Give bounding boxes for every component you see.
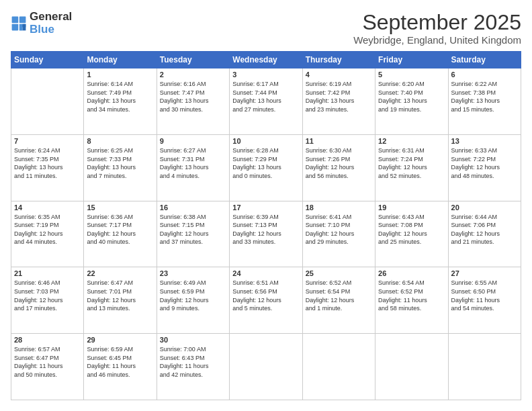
day-number: 22 — [87, 269, 153, 277]
day-number: 9 — [160, 137, 226, 145]
day-number: 17 — [232, 203, 299, 212]
calendar-cell: 3Sunrise: 6:17 AMSunset: 7:44 PMDaylight… — [230, 68, 302, 135]
day-info: Sunrise: 6:25 AMSunset: 7:33 PMDaylight:… — [87, 146, 153, 180]
calendar-cell: 30Sunrise: 7:00 AMSunset: 6:43 PMDayligh… — [157, 334, 229, 400]
day-number: 18 — [306, 203, 372, 212]
day-info: Sunrise: 6:20 AMSunset: 7:40 PMDaylight:… — [378, 80, 445, 113]
day-info: Sunrise: 6:30 AMSunset: 7:26 PMDaylight:… — [306, 146, 372, 180]
calendar: SundayMondayTuesdayWednesdayThursdayFrid… — [11, 51, 521, 400]
header-friday: Friday — [375, 52, 448, 68]
calendar-cell: 22Sunrise: 6:47 AMSunset: 7:01 PMDayligh… — [84, 267, 157, 334]
svg-marker-4 — [23, 24, 26, 30]
calendar-cell — [230, 334, 302, 400]
day-number: 16 — [160, 203, 226, 212]
day-number: 24 — [232, 269, 299, 277]
calendar-cell: 10Sunrise: 6:28 AMSunset: 7:29 PMDayligh… — [230, 134, 302, 201]
week-row-4: 21Sunrise: 6:46 AMSunset: 7:03 PMDayligh… — [11, 267, 521, 334]
calendar-cell — [302, 334, 375, 400]
day-number: 10 — [232, 137, 299, 145]
day-info: Sunrise: 6:35 AMSunset: 7:19 PMDaylight:… — [14, 213, 81, 246]
calendar-header-row: SundayMondayTuesdayWednesdayThursdayFrid… — [11, 52, 521, 68]
header-saturday: Saturday — [448, 52, 521, 68]
day-info: Sunrise: 6:41 AMSunset: 7:10 PMDaylight:… — [306, 213, 372, 246]
logo-line1: General — [30, 11, 72, 24]
day-info: Sunrise: 6:16 AMSunset: 7:47 PMDaylight:… — [160, 80, 226, 113]
calendar-cell: 16Sunrise: 6:38 AMSunset: 7:15 PMDayligh… — [157, 201, 229, 267]
day-info: Sunrise: 6:39 AMSunset: 7:13 PMDaylight:… — [232, 213, 299, 246]
day-number: 29 — [87, 336, 153, 344]
calendar-cell: 4Sunrise: 6:19 AMSunset: 7:42 PMDaylight… — [302, 68, 375, 135]
day-info: Sunrise: 6:28 AMSunset: 7:29 PMDaylight:… — [232, 146, 299, 180]
day-info: Sunrise: 6:54 AMSunset: 6:52 PMDaylight:… — [378, 279, 445, 312]
day-number: 14 — [14, 203, 81, 212]
week-row-3: 14Sunrise: 6:35 AMSunset: 7:19 PMDayligh… — [11, 201, 521, 267]
location: Weybridge, England, United Kingdom — [353, 34, 521, 46]
day-number: 8 — [87, 137, 153, 145]
calendar-cell: 23Sunrise: 6:49 AMSunset: 6:59 PMDayligh… — [157, 267, 229, 334]
day-number: 5 — [378, 71, 445, 79]
day-info: Sunrise: 6:33 AMSunset: 7:22 PMDaylight:… — [451, 146, 518, 180]
day-info: Sunrise: 6:47 AMSunset: 7:01 PMDaylight:… — [87, 279, 153, 312]
logo-line2: Blue — [30, 24, 72, 36]
day-info: Sunrise: 6:38 AMSunset: 7:15 PMDaylight:… — [160, 213, 226, 246]
day-info: Sunrise: 6:24 AMSunset: 7:35 PMDaylight:… — [14, 146, 81, 180]
calendar-cell: 1Sunrise: 6:14 AMSunset: 7:49 PMDaylight… — [84, 68, 157, 135]
svg-rect-1 — [19, 16, 26, 23]
calendar-cell: 29Sunrise: 6:59 AMSunset: 6:45 PMDayligh… — [84, 334, 157, 400]
calendar-cell: 6Sunrise: 6:22 AMSunset: 7:38 PMDaylight… — [448, 68, 521, 135]
day-number: 7 — [14, 137, 81, 145]
day-info: Sunrise: 7:00 AMSunset: 6:43 PMDaylight:… — [160, 345, 226, 379]
title-block: September 2025 Weybridge, England, Unite… — [353, 11, 521, 46]
svg-rect-2 — [12, 24, 19, 30]
day-number: 27 — [451, 269, 518, 277]
header-monday: Monday — [84, 52, 157, 68]
day-number: 30 — [160, 336, 226, 344]
day-info: Sunrise: 6:22 AMSunset: 7:38 PMDaylight:… — [451, 80, 518, 113]
calendar-cell: 12Sunrise: 6:31 AMSunset: 7:24 PMDayligh… — [375, 134, 448, 201]
day-number: 25 — [306, 269, 372, 277]
day-info: Sunrise: 6:14 AMSunset: 7:49 PMDaylight:… — [87, 80, 153, 113]
day-number: 11 — [306, 137, 372, 145]
calendar-body: 1Sunrise: 6:14 AMSunset: 7:49 PMDaylight… — [11, 68, 521, 400]
calendar-cell: 25Sunrise: 6:52 AMSunset: 6:54 PMDayligh… — [302, 267, 375, 334]
day-number: 6 — [451, 71, 518, 79]
calendar-cell — [448, 334, 521, 400]
page-header: General Blue September 2025 Weybridge, E… — [11, 11, 521, 46]
day-number: 4 — [306, 71, 372, 79]
day-info: Sunrise: 6:44 AMSunset: 7:06 PMDaylight:… — [451, 213, 518, 246]
day-info: Sunrise: 6:51 AMSunset: 6:56 PMDaylight:… — [232, 279, 299, 312]
calendar-cell — [11, 68, 84, 135]
day-info: Sunrise: 6:55 AMSunset: 6:50 PMDaylight:… — [451, 279, 518, 312]
day-number: 2 — [160, 71, 226, 79]
calendar-cell: 27Sunrise: 6:55 AMSunset: 6:50 PMDayligh… — [448, 267, 521, 334]
day-number: 26 — [378, 269, 445, 277]
day-number: 21 — [14, 269, 81, 277]
calendar-cell: 2Sunrise: 6:16 AMSunset: 7:47 PMDaylight… — [157, 68, 229, 135]
day-number: 15 — [87, 203, 153, 212]
calendar-cell: 8Sunrise: 6:25 AMSunset: 7:33 PMDaylight… — [84, 134, 157, 201]
week-row-5: 28Sunrise: 6:57 AMSunset: 6:47 PMDayligh… — [11, 334, 521, 400]
day-info: Sunrise: 6:43 AMSunset: 7:08 PMDaylight:… — [378, 213, 445, 246]
day-number: 20 — [451, 203, 518, 212]
day-info: Sunrise: 6:59 AMSunset: 6:45 PMDaylight:… — [87, 345, 153, 379]
calendar-cell: 26Sunrise: 6:54 AMSunset: 6:52 PMDayligh… — [375, 267, 448, 334]
week-row-1: 1Sunrise: 6:14 AMSunset: 7:49 PMDaylight… — [11, 68, 521, 135]
calendar-cell: 13Sunrise: 6:33 AMSunset: 7:22 PMDayligh… — [448, 134, 521, 201]
header-thursday: Thursday — [302, 52, 375, 68]
header-wednesday: Wednesday — [230, 52, 302, 68]
calendar-cell: 11Sunrise: 6:30 AMSunset: 7:26 PMDayligh… — [302, 134, 375, 201]
day-number: 1 — [87, 71, 153, 79]
day-info: Sunrise: 6:49 AMSunset: 6:59 PMDaylight:… — [160, 279, 226, 312]
calendar-cell: 24Sunrise: 6:51 AMSunset: 6:56 PMDayligh… — [230, 267, 302, 334]
calendar-cell: 15Sunrise: 6:36 AMSunset: 7:17 PMDayligh… — [84, 201, 157, 267]
calendar-cell: 17Sunrise: 6:39 AMSunset: 7:13 PMDayligh… — [230, 201, 302, 267]
day-number: 28 — [14, 336, 81, 344]
day-info: Sunrise: 6:57 AMSunset: 6:47 PMDaylight:… — [14, 345, 81, 379]
day-number: 23 — [160, 269, 226, 277]
calendar-cell: 20Sunrise: 6:44 AMSunset: 7:06 PMDayligh… — [448, 201, 521, 267]
day-number: 13 — [451, 137, 518, 145]
calendar-cell: 28Sunrise: 6:57 AMSunset: 6:47 PMDayligh… — [11, 334, 84, 400]
calendar-cell — [375, 334, 448, 400]
calendar-cell: 18Sunrise: 6:41 AMSunset: 7:10 PMDayligh… — [302, 201, 375, 267]
logo-icon — [11, 15, 27, 32]
